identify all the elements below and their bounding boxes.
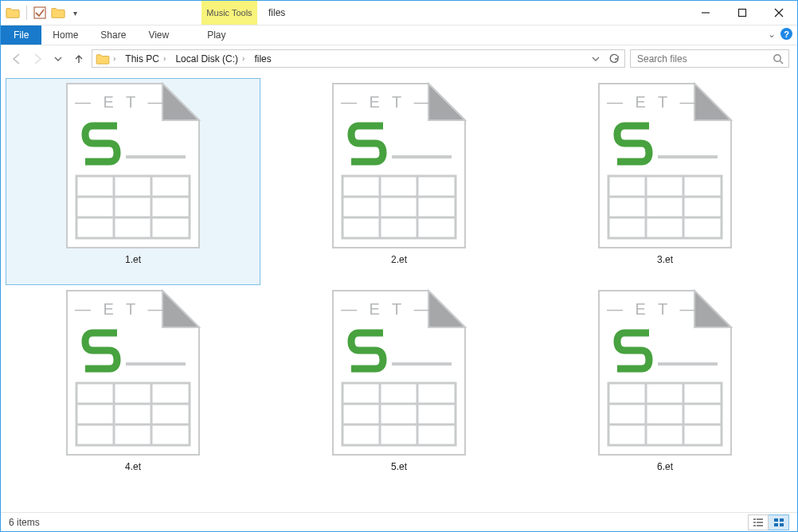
breadcrumb-label: This PC [125,53,159,65]
breadcrumb-segment[interactable]: Local Disk (C:) › [170,53,249,65]
file-name-label: 3.et [657,254,673,265]
minimize-icon [701,8,710,18]
maximize-icon [737,8,747,18]
breadcrumb-segment[interactable]: This PC › [120,53,170,65]
ribbon-expand-icon[interactable]: ⌄ [768,29,776,40]
breadcrumb-segment[interactable]: files [249,53,276,65]
minimize-button[interactable] [687,1,724,25]
details-view-icon [753,518,764,527]
svg-rect-17 [757,518,763,520]
chevron-down-icon [53,54,63,64]
et-file-icon [331,82,467,249]
file-name-label: 6.et [657,461,673,472]
properties-icon[interactable] [33,6,46,19]
file-item[interactable]: 3.et [538,78,792,285]
search-box[interactable] [630,49,789,68]
tab-file[interactable]: File [1,25,41,45]
file-item[interactable]: 6.et [538,285,792,492]
file-item[interactable]: 4.et [6,285,260,492]
tab-share[interactable]: Share [89,25,137,45]
nav-recent-dropdown[interactable] [50,51,66,67]
file-name-label: 5.et [391,461,407,472]
breadcrumb-bar[interactable]: › This PC › Local Disk (C:) › files [92,49,625,68]
svg-rect-21 [757,525,763,526]
quick-access-toolbar: ▾ [1,1,80,25]
item-count-label: 6 items [9,517,40,528]
svg-rect-16 [753,518,756,520]
nav-up-button[interactable] [71,51,87,67]
close-button[interactable] [761,1,797,25]
arrow-right-icon [31,53,44,65]
arrow-left-icon [10,53,23,65]
ribbon-contextual-label: Music Tools [201,1,257,25]
svg-line-15 [780,61,784,64]
et-file-icon [597,82,733,249]
file-name-label: 1.et [125,254,141,265]
ribbon-tabs: File Home Share View Play ⌄ ? [1,25,797,45]
svg-rect-25 [780,523,784,526]
window-title: files [257,1,285,25]
file-name-label: 4.et [125,461,141,472]
new-folder-icon[interactable] [51,6,65,19]
file-name-label: 2.et [391,254,407,265]
folder-icon [96,53,111,65]
file-item[interactable]: 5.et [272,285,526,492]
qat-dropdown-icon[interactable]: ▾ [70,9,80,18]
separator [26,6,27,20]
breadcrumb-label: files [254,53,271,65]
search-icon[interactable] [773,53,784,65]
svg-rect-24 [774,523,778,526]
maximize-button[interactable] [724,1,761,25]
svg-rect-22 [774,518,778,522]
file-item[interactable]: 2.et [272,78,526,285]
svg-rect-20 [753,525,756,526]
chevron-right-icon: › [242,54,244,63]
nav-back-button[interactable] [9,51,25,67]
large-icons-view-icon [773,518,784,527]
tab-home[interactable]: Home [41,25,89,45]
et-file-icon [65,82,201,249]
arrow-up-icon [72,53,85,65]
address-dropdown-icon[interactable] [591,54,600,64]
chevron-right-icon[interactable]: › [113,54,115,63]
refresh-icon[interactable] [608,53,620,65]
address-bar-row: › This PC › Local Disk (C:) › files [1,45,797,72]
details-view-button[interactable] [748,514,769,530]
status-bar: 6 items [1,512,797,531]
tab-view[interactable]: View [137,25,180,45]
large-icons-view-button[interactable] [769,514,789,530]
title-bar: ▾ Music Tools files [1,1,797,25]
search-input[interactable] [636,53,763,65]
help-icon[interactable]: ? [780,28,792,40]
svg-rect-19 [757,522,763,523]
svg-rect-23 [780,518,784,522]
svg-rect-11 [739,10,746,17]
tab-play[interactable]: Play [196,25,237,45]
svg-point-14 [774,54,780,61]
et-file-icon [331,289,467,456]
nav-forward-button[interactable] [29,51,45,67]
file-item[interactable]: 1.et [6,78,260,285]
view-mode-toggles [748,514,789,530]
et-file-icon [65,289,201,456]
svg-rect-18 [753,522,756,523]
chevron-right-icon: › [163,54,166,63]
file-grid[interactable]: 1.et2.et3.et4.et5.et6.et [1,72,797,512]
folder-icon [6,6,20,19]
close-icon [774,8,784,18]
window-controls [687,1,797,25]
et-file-icon [597,289,733,456]
breadcrumb-label: Local Disk (C:) [175,53,238,65]
